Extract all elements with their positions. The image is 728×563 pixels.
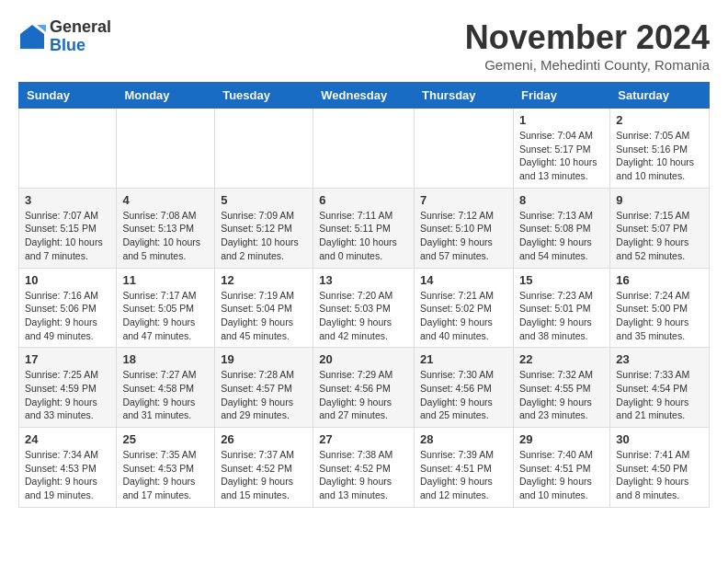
- calendar-week-5: 24Sunrise: 7:34 AM Sunset: 4:53 PM Dayli…: [19, 428, 710, 508]
- day-number: 8: [519, 193, 604, 207]
- day-info: Sunrise: 7:25 AM Sunset: 4:59 PM Dayligh…: [25, 368, 110, 422]
- day-info: Sunrise: 7:39 AM Sunset: 4:51 PM Dayligh…: [420, 448, 507, 502]
- day-info: Sunrise: 7:20 AM Sunset: 5:03 PM Dayligh…: [319, 289, 408, 343]
- day-number: 5: [221, 193, 307, 207]
- calendar-cell: [117, 109, 215, 189]
- day-number: 27: [319, 432, 408, 446]
- calendar-week-1: 1Sunrise: 7:04 AM Sunset: 5:17 PM Daylig…: [19, 109, 710, 189]
- calendar-cell: 3Sunrise: 7:07 AM Sunset: 5:15 PM Daylig…: [19, 188, 117, 268]
- day-info: Sunrise: 7:30 AM Sunset: 4:56 PM Dayligh…: [420, 368, 507, 422]
- calendar-header-saturday: Saturday: [610, 83, 710, 109]
- day-number: 3: [25, 193, 110, 207]
- calendar-cell: 19Sunrise: 7:28 AM Sunset: 4:57 PM Dayli…: [215, 348, 313, 428]
- calendar-cell: 7Sunrise: 7:12 AM Sunset: 5:10 PM Daylig…: [415, 188, 514, 268]
- calendar-cell: 9Sunrise: 7:15 AM Sunset: 5:07 PM Daylig…: [610, 188, 710, 268]
- calendar-cell: 26Sunrise: 7:37 AM Sunset: 4:52 PM Dayli…: [215, 428, 313, 508]
- day-info: Sunrise: 7:16 AM Sunset: 5:06 PM Dayligh…: [25, 289, 110, 343]
- day-number: 15: [519, 273, 604, 287]
- calendar-cell: 16Sunrise: 7:24 AM Sunset: 5:00 PM Dayli…: [610, 268, 710, 348]
- day-number: 28: [420, 432, 507, 446]
- calendar-cell: 15Sunrise: 7:23 AM Sunset: 5:01 PM Dayli…: [513, 268, 609, 348]
- day-number: 20: [319, 352, 408, 366]
- calendar-header-wednesday: Wednesday: [313, 83, 415, 109]
- day-info: Sunrise: 7:38 AM Sunset: 4:52 PM Dayligh…: [319, 448, 408, 502]
- day-number: 29: [519, 432, 604, 446]
- day-number: 30: [616, 432, 703, 446]
- day-number: 22: [519, 352, 604, 366]
- day-number: 11: [122, 273, 209, 287]
- day-number: 21: [420, 352, 507, 366]
- calendar-header-friday: Friday: [513, 83, 609, 109]
- calendar-cell: 29Sunrise: 7:40 AM Sunset: 4:51 PM Dayli…: [513, 428, 609, 508]
- day-info: Sunrise: 7:41 AM Sunset: 4:50 PM Dayligh…: [616, 448, 703, 502]
- day-info: Sunrise: 7:24 AM Sunset: 5:00 PM Dayligh…: [616, 289, 703, 343]
- calendar-cell: 18Sunrise: 7:27 AM Sunset: 4:58 PM Dayli…: [117, 348, 215, 428]
- logo: General Blue: [18, 18, 111, 55]
- calendar-header-tuesday: Tuesday: [215, 83, 313, 109]
- calendar-cell: 10Sunrise: 7:16 AM Sunset: 5:06 PM Dayli…: [19, 268, 117, 348]
- logo-icon: [18, 23, 46, 51]
- day-number: 18: [122, 352, 209, 366]
- day-number: 6: [319, 193, 408, 207]
- day-info: Sunrise: 7:34 AM Sunset: 4:53 PM Dayligh…: [25, 448, 110, 502]
- location-title: Gemeni, Mehedinti County, Romania: [465, 57, 710, 73]
- day-info: Sunrise: 7:35 AM Sunset: 4:53 PM Dayligh…: [122, 448, 209, 502]
- day-number: 9: [616, 193, 703, 207]
- month-title: November 2024: [465, 18, 710, 57]
- day-info: Sunrise: 7:21 AM Sunset: 5:02 PM Dayligh…: [420, 289, 507, 343]
- calendar-cell: [415, 109, 514, 189]
- day-info: Sunrise: 7:32 AM Sunset: 4:55 PM Dayligh…: [519, 368, 604, 422]
- day-number: 25: [122, 432, 209, 446]
- calendar-header-thursday: Thursday: [415, 83, 514, 109]
- day-number: 19: [221, 352, 307, 366]
- day-info: Sunrise: 7:17 AM Sunset: 5:05 PM Dayligh…: [122, 289, 209, 343]
- calendar-cell: 17Sunrise: 7:25 AM Sunset: 4:59 PM Dayli…: [19, 348, 117, 428]
- calendar-cell: 23Sunrise: 7:33 AM Sunset: 4:54 PM Dayli…: [610, 348, 710, 428]
- day-info: Sunrise: 7:29 AM Sunset: 4:56 PM Dayligh…: [319, 368, 408, 422]
- day-info: Sunrise: 7:19 AM Sunset: 5:04 PM Dayligh…: [221, 289, 307, 343]
- calendar-cell: 11Sunrise: 7:17 AM Sunset: 5:05 PM Dayli…: [117, 268, 215, 348]
- day-number: 16: [616, 273, 703, 287]
- calendar-cell: 21Sunrise: 7:30 AM Sunset: 4:56 PM Dayli…: [415, 348, 514, 428]
- calendar-cell: 20Sunrise: 7:29 AM Sunset: 4:56 PM Dayli…: [313, 348, 415, 428]
- day-number: 12: [221, 273, 307, 287]
- calendar-cell: 14Sunrise: 7:21 AM Sunset: 5:02 PM Dayli…: [415, 268, 514, 348]
- day-info: Sunrise: 7:12 AM Sunset: 5:10 PM Dayligh…: [420, 209, 507, 263]
- calendar-cell: 22Sunrise: 7:32 AM Sunset: 4:55 PM Dayli…: [513, 348, 609, 428]
- calendar: SundayMondayTuesdayWednesdayThursdayFrid…: [18, 82, 710, 508]
- day-number: 4: [122, 193, 209, 207]
- day-info: Sunrise: 7:37 AM Sunset: 4:52 PM Dayligh…: [221, 448, 307, 502]
- day-info: Sunrise: 7:07 AM Sunset: 5:15 PM Dayligh…: [25, 209, 110, 263]
- calendar-cell: 8Sunrise: 7:13 AM Sunset: 5:08 PM Daylig…: [513, 188, 609, 268]
- calendar-cell: 4Sunrise: 7:08 AM Sunset: 5:13 PM Daylig…: [117, 188, 215, 268]
- day-info: Sunrise: 7:33 AM Sunset: 4:54 PM Dayligh…: [616, 368, 703, 422]
- calendar-cell: [215, 109, 313, 189]
- calendar-cell: 5Sunrise: 7:09 AM Sunset: 5:12 PM Daylig…: [215, 188, 313, 268]
- header: General Blue November 2024 Gemeni, Mehed…: [18, 18, 710, 73]
- day-info: Sunrise: 7:08 AM Sunset: 5:13 PM Dayligh…: [122, 209, 209, 263]
- day-number: 13: [319, 273, 408, 287]
- day-info: Sunrise: 7:05 AM Sunset: 5:16 PM Dayligh…: [616, 129, 703, 183]
- calendar-cell: 27Sunrise: 7:38 AM Sunset: 4:52 PM Dayli…: [313, 428, 415, 508]
- day-info: Sunrise: 7:09 AM Sunset: 5:12 PM Dayligh…: [221, 209, 307, 263]
- day-info: Sunrise: 7:23 AM Sunset: 5:01 PM Dayligh…: [519, 289, 604, 343]
- logo-general-text: General: [50, 18, 111, 37]
- calendar-cell: 12Sunrise: 7:19 AM Sunset: 5:04 PM Dayli…: [215, 268, 313, 348]
- calendar-cell: 1Sunrise: 7:04 AM Sunset: 5:17 PM Daylig…: [513, 109, 609, 189]
- day-info: Sunrise: 7:40 AM Sunset: 4:51 PM Dayligh…: [519, 448, 604, 502]
- calendar-cell: [19, 109, 117, 189]
- day-info: Sunrise: 7:28 AM Sunset: 4:57 PM Dayligh…: [221, 368, 307, 422]
- calendar-cell: 30Sunrise: 7:41 AM Sunset: 4:50 PM Dayli…: [610, 428, 710, 508]
- day-number: 26: [221, 432, 307, 446]
- calendar-header-row: SundayMondayTuesdayWednesdayThursdayFrid…: [19, 83, 710, 109]
- day-info: Sunrise: 7:15 AM Sunset: 5:07 PM Dayligh…: [616, 209, 703, 263]
- day-number: 1: [519, 113, 604, 127]
- svg-marker-0: [20, 25, 44, 49]
- title-area: November 2024 Gemeni, Mehedinti County, …: [465, 18, 710, 73]
- calendar-cell: [313, 109, 415, 189]
- day-number: 14: [420, 273, 507, 287]
- day-number: 24: [25, 432, 110, 446]
- calendar-cell: 28Sunrise: 7:39 AM Sunset: 4:51 PM Dayli…: [415, 428, 514, 508]
- calendar-header-monday: Monday: [117, 83, 215, 109]
- calendar-week-3: 10Sunrise: 7:16 AM Sunset: 5:06 PM Dayli…: [19, 268, 710, 348]
